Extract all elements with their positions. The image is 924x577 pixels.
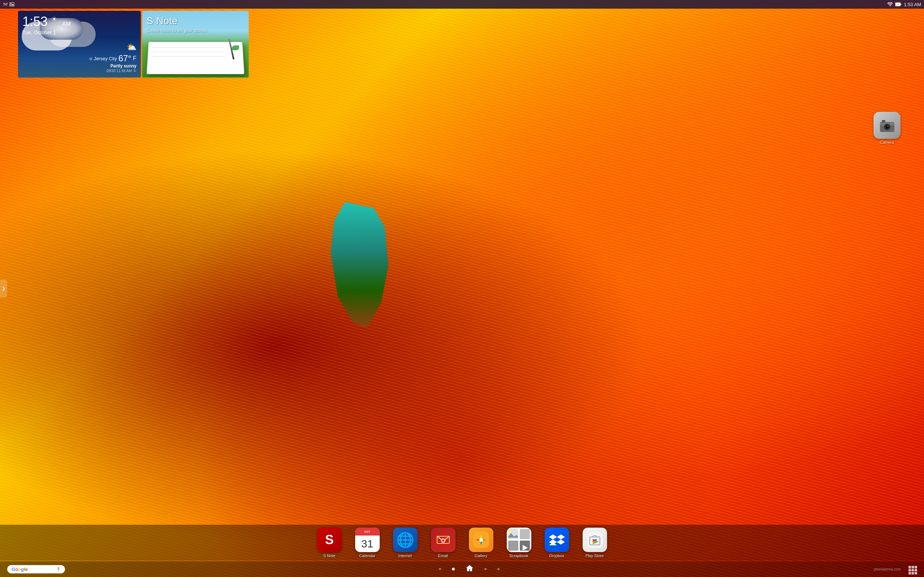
weather-location: ◎ Jersey City 67° F [89,53,136,63]
weather-time: 1:53 ☀ AM [23,15,136,28]
gmail-icon [3,2,8,7]
weather-date: Tue, October 1 [23,29,136,35]
image-icon [10,2,15,7]
snote-widget[interactable]: S Note Create notes to tell your stories [142,11,249,77]
svg-point-2 [10,3,11,4]
status-left [3,2,15,7]
sidebar-arrow[interactable]: ❯ [0,279,7,288]
weather-condition: Partly sunny [89,63,136,69]
snote-title: S Note [147,15,244,27]
widgets-area: 1:53 ☀ AM Tue, October 1 ⛅ ◎ Jersey City… [18,11,249,77]
sidebar-arrow-icon: ❯ [2,286,5,288]
snote-text-area: S Note Create notes to tell your stories [147,15,244,33]
svg-rect-1 [10,3,14,6]
snote-subtitle: Create notes to tell your stories [147,28,244,33]
status-bar: ⚡ 1:53 AM [0,0,462,9]
weather-updated: 09/30 11:46 AM ↻ [89,69,136,73]
weather-widget[interactable]: 1:53 ☀ AM Tue, October 1 ⛅ ◎ Jersey City… [18,11,141,77]
